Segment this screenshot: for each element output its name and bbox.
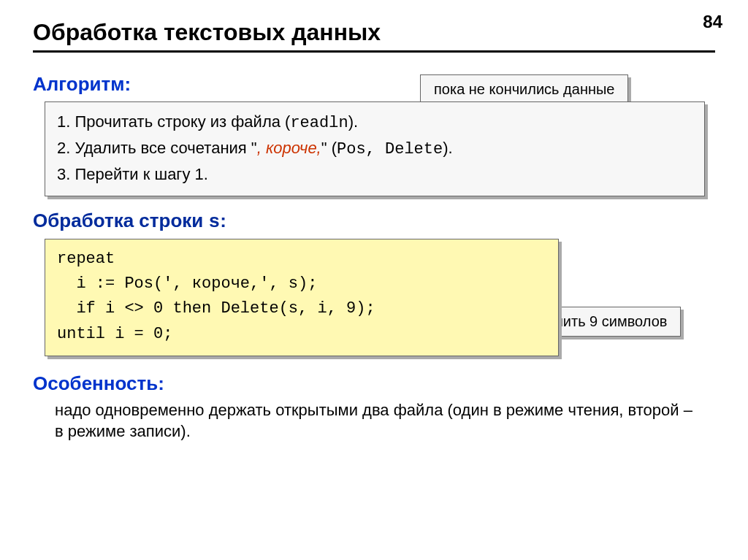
title-divider bbox=[33, 50, 715, 53]
algo-step-1: 1. Прочитать строку из файла (readln). bbox=[57, 110, 692, 136]
step2-pre: 2. Удалить все сочетания " bbox=[57, 139, 257, 157]
callout-loop: пока не кончились данные bbox=[420, 74, 628, 104]
step2-sep: , bbox=[366, 140, 385, 158]
algorithm-box: 1. Прочитать строку из файла (readln). 2… bbox=[45, 101, 705, 196]
page-number: 84 bbox=[703, 12, 722, 32]
code-line-1: repeat bbox=[57, 247, 546, 272]
step1-pre: 1. Прочитать строку из файла ( bbox=[57, 112, 290, 131]
callout-loop-text: пока не кончились данные bbox=[434, 81, 614, 97]
proc-head-post: : bbox=[220, 210, 226, 231]
feature-text: надо одновременно держать открытыми два … bbox=[55, 399, 693, 442]
code-line-4: until i = 0; bbox=[57, 322, 546, 347]
processing-heading: Обработка строки s: bbox=[33, 210, 715, 233]
code-line-3: if i <> 0 then Delete(s, i, 9); bbox=[57, 296, 546, 321]
proc-head-code: s bbox=[209, 211, 221, 233]
step2-red: , короче, bbox=[257, 139, 321, 157]
code-line-2: i := Pos(', короче,', s); bbox=[57, 272, 546, 296]
algo-step-2: 2. Удалить все сочетания ", короче," (Po… bbox=[57, 136, 692, 162]
feature-heading: Особенность: bbox=[33, 372, 715, 395]
step2-mid: " ( bbox=[321, 139, 337, 157]
step1-code: readln bbox=[290, 114, 348, 132]
step2-code1: Pos bbox=[337, 140, 366, 158]
code-box: repeat i := Pos(', короче,', s); if i <>… bbox=[45, 239, 559, 356]
step1-post: ). bbox=[348, 112, 358, 131]
algo-step-3: 3. Перейти к шагу 1. bbox=[57, 162, 692, 187]
step2-code2: Delete bbox=[385, 140, 443, 158]
proc-head-pre: Обработка строки bbox=[33, 210, 209, 231]
page-title: Обработка текстовых данных bbox=[33, 15, 715, 46]
step2-post: ). bbox=[443, 139, 452, 157]
